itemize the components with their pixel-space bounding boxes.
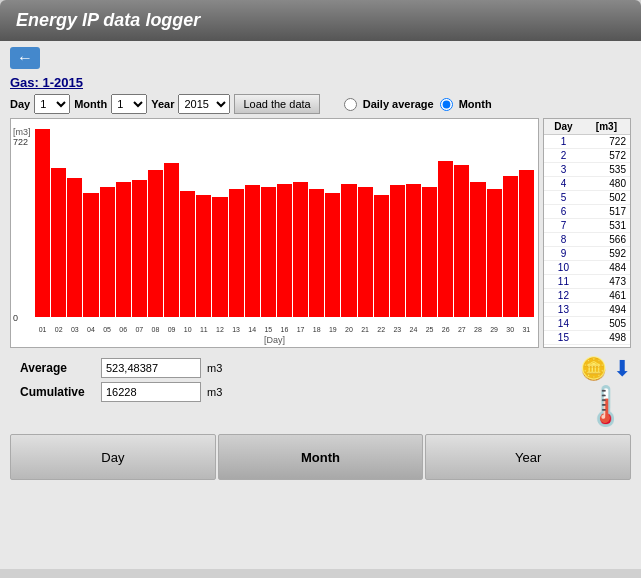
row-value: 592 xyxy=(583,247,630,261)
chart-y-zero: 0 xyxy=(13,313,18,323)
month-label: Month xyxy=(74,98,107,110)
row-day: 14 xyxy=(544,317,583,331)
row-value: 722 xyxy=(583,135,630,149)
cumulative-label: Cumulative xyxy=(20,385,95,399)
x-label: 06 xyxy=(116,326,131,333)
row-day: 11 xyxy=(544,275,583,289)
bar xyxy=(148,170,163,317)
col-day-header: Day xyxy=(544,119,583,135)
bar xyxy=(325,193,340,317)
bar xyxy=(470,182,485,317)
average-input[interactable] xyxy=(101,358,201,378)
col-m3-header: [m3] xyxy=(583,119,630,135)
table-row: 16511 xyxy=(544,345,630,349)
bottom-nav: Day Month Year xyxy=(10,434,631,480)
x-label: 30 xyxy=(503,326,518,333)
bar xyxy=(164,163,179,317)
row-value: 484 xyxy=(583,261,630,275)
average-unit: m3 xyxy=(207,362,222,374)
row-value: 517 xyxy=(583,205,630,219)
back-button[interactable]: ← xyxy=(10,47,40,69)
bar xyxy=(67,178,82,317)
table-row: 15498 xyxy=(544,331,630,345)
bar xyxy=(132,180,147,317)
thermometer-icon[interactable]: 🌡️ xyxy=(582,384,629,428)
bar xyxy=(358,187,373,317)
main-content: ← Gas: 1-2015 Day 123 Month 123 Year 201… xyxy=(0,41,641,569)
row-day: 6 xyxy=(544,205,583,219)
x-label: 27 xyxy=(454,326,469,333)
x-label: 07 xyxy=(132,326,147,333)
row-day: 9 xyxy=(544,247,583,261)
bar xyxy=(196,195,211,317)
nav-year-button[interactable]: Year xyxy=(425,434,631,480)
x-axis-labels: 0102030405060708091011121314151617181920… xyxy=(35,326,534,333)
average-row: Average m3 xyxy=(20,358,222,378)
nav-day-button[interactable]: Day xyxy=(10,434,216,480)
cumulative-row: Cumulative m3 xyxy=(20,382,222,402)
table-row: 11473 xyxy=(544,275,630,289)
bar xyxy=(519,170,534,317)
row-day: 13 xyxy=(544,303,583,317)
radio-daily-average[interactable] xyxy=(344,98,357,111)
bar xyxy=(116,182,131,317)
bar xyxy=(245,185,260,317)
x-label: 02 xyxy=(51,326,66,333)
bar xyxy=(374,195,389,317)
row-value: 531 xyxy=(583,219,630,233)
x-label: 25 xyxy=(422,326,437,333)
day-label: Day xyxy=(10,98,30,110)
bar xyxy=(438,161,453,317)
table-row: 14505 xyxy=(544,317,630,331)
bar xyxy=(390,185,405,317)
coin-icon[interactable]: 🪙 xyxy=(580,356,607,382)
bar xyxy=(229,189,244,317)
chart-y-max: 722 xyxy=(13,137,28,147)
table-row: 7531 xyxy=(544,219,630,233)
radio-month[interactable] xyxy=(440,98,453,111)
bar xyxy=(51,168,66,317)
row-value: 494 xyxy=(583,303,630,317)
x-label: 12 xyxy=(212,326,227,333)
row-value: 566 xyxy=(583,233,630,247)
data-table-container[interactable]: Day [m3] 1722257235354480550265177531856… xyxy=(543,118,631,348)
table-row: 10484 xyxy=(544,261,630,275)
x-label: 22 xyxy=(374,326,389,333)
x-label: 17 xyxy=(293,326,308,333)
x-label: 13 xyxy=(229,326,244,333)
bar xyxy=(309,189,324,317)
radio-month-label: Month xyxy=(459,98,492,110)
table-row: 12461 xyxy=(544,289,630,303)
x-label: 21 xyxy=(358,326,373,333)
download-icon[interactable]: ⬇ xyxy=(613,356,631,382)
data-table: Day [m3] 1722257235354480550265177531856… xyxy=(544,119,630,348)
nav-month-button[interactable]: Month xyxy=(218,434,424,480)
x-label: 03 xyxy=(67,326,82,333)
bar xyxy=(180,191,195,317)
row-day: 12 xyxy=(544,289,583,303)
bar xyxy=(487,189,502,317)
x-label: 26 xyxy=(438,326,453,333)
average-label: Average xyxy=(20,361,95,375)
app-title: Energy IP data logger xyxy=(16,10,625,31)
year-select[interactable]: 20152014 xyxy=(178,94,230,114)
stats-section: Average m3 Cumulative m3 xyxy=(20,358,222,402)
x-label: 05 xyxy=(100,326,115,333)
bar xyxy=(35,129,50,317)
radio-group: Daily average Month xyxy=(344,98,492,111)
x-label: 19 xyxy=(325,326,340,333)
load-data-button[interactable]: Load the data xyxy=(234,94,319,114)
bars-container xyxy=(35,129,534,317)
bar xyxy=(422,187,437,317)
radio-daily-label: Daily average xyxy=(363,98,434,110)
bar xyxy=(503,176,518,317)
row-day: 4 xyxy=(544,177,583,191)
x-label: 09 xyxy=(164,326,179,333)
bar xyxy=(341,184,356,317)
cumulative-input[interactable] xyxy=(101,382,201,402)
row-value: 461 xyxy=(583,289,630,303)
month-select[interactable]: 123 xyxy=(111,94,147,114)
bar xyxy=(212,197,227,317)
gas-label: Gas: 1-2015 xyxy=(10,75,631,90)
day-select[interactable]: 123 xyxy=(34,94,70,114)
